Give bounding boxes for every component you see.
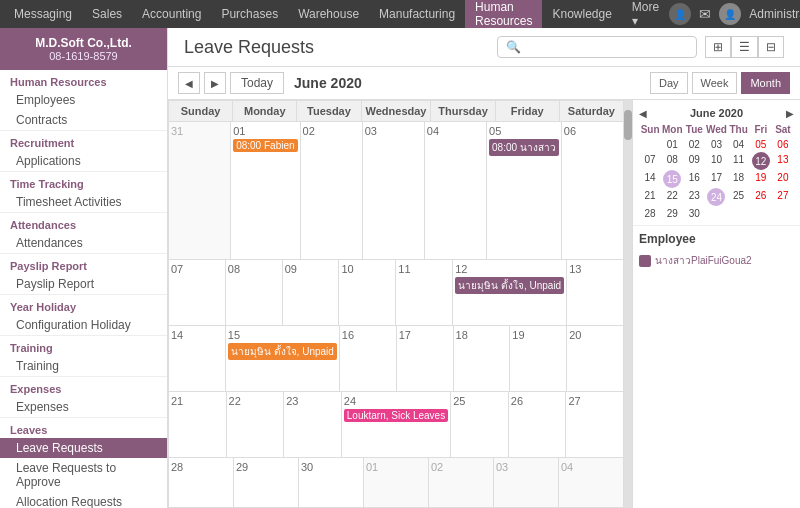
mini-day[interactable]: 17: [705, 170, 727, 188]
sidebar-item-contracts[interactable]: Contracts: [0, 110, 167, 130]
cal-cell-18[interactable]: 18: [454, 326, 511, 392]
kanban-view-btn[interactable]: ⊞: [705, 36, 731, 58]
nav-item-more[interactable]: More ▾: [622, 0, 669, 28]
event-louktarn[interactable]: Louktarn, Sick Leaves: [344, 409, 448, 422]
mini-day[interactable]: 25: [728, 188, 750, 206]
employee-item[interactable]: นางสาวPlaiFuiGoua2: [639, 250, 794, 271]
mini-day[interactable]: 20: [772, 170, 794, 188]
cal-cell-09[interactable]: 09: [283, 260, 340, 326]
cal-cell-15[interactable]: 15 นายมุษิน ตั้งใจ, Unpaid: [226, 326, 340, 392]
mini-day[interactable]: 16: [683, 170, 705, 188]
cal-cell-19[interactable]: 19: [510, 326, 567, 392]
sidebar-item-config-holiday[interactable]: Configuration Holiday: [0, 315, 167, 335]
mini-day-selected2[interactable]: 24: [707, 188, 725, 206]
cal-cell-20[interactable]: 20: [567, 326, 624, 392]
cal-cell-01-next[interactable]: 01: [364, 458, 429, 508]
cal-cell-02[interactable]: 02: [301, 122, 363, 260]
mini-day[interactable]: 22: [661, 188, 683, 206]
nav-item-messaging[interactable]: Messaging: [4, 0, 82, 28]
mini-day[interactable]: 14: [639, 170, 661, 188]
cal-day-view-btn[interactable]: Day: [650, 72, 688, 94]
mini-day[interactable]: 21: [639, 188, 661, 206]
cal-cell-28[interactable]: 28: [169, 458, 234, 508]
mini-day[interactable]: 06: [772, 137, 794, 152]
mini-day[interactable]: 02: [683, 137, 705, 152]
mini-day[interactable]: [750, 206, 772, 221]
cal-cell-10[interactable]: 10: [339, 260, 396, 326]
mail-icon[interactable]: ✉: [699, 6, 711, 22]
sidebar-item-training[interactable]: Training: [0, 356, 167, 376]
nav-item-knowledge[interactable]: Knowledge: [542, 0, 621, 28]
mini-day-today[interactable]: 12: [752, 152, 770, 170]
scroll-handle[interactable]: [624, 110, 632, 140]
sidebar-item-attendances[interactable]: Attendances: [0, 233, 167, 253]
nav-item-purchases[interactable]: Purchases: [211, 0, 288, 28]
list-view-btn[interactable]: ☰: [731, 36, 758, 58]
cal-cell-24[interactable]: 24 Louktarn, Sick Leaves: [342, 392, 451, 458]
mini-day[interactable]: 01: [661, 137, 683, 152]
cal-next-btn[interactable]: ▶: [204, 72, 226, 94]
cal-cell-26[interactable]: 26: [509, 392, 567, 458]
mini-cal-next-btn[interactable]: ▶: [786, 108, 794, 119]
nav-item-warehouse[interactable]: Warehouse: [288, 0, 369, 28]
sidebar-item-applications[interactable]: Applications: [0, 151, 167, 171]
event-naymusin-w3[interactable]: นายมุษิน ตั้งใจ, Unpaid: [228, 343, 337, 360]
mini-day[interactable]: 23: [683, 188, 705, 206]
cal-week-view-btn[interactable]: Week: [692, 72, 738, 94]
cal-cell-22[interactable]: 22: [227, 392, 285, 458]
nav-item-accounting[interactable]: Accounting: [132, 0, 211, 28]
cal-cell-11[interactable]: 11: [396, 260, 453, 326]
mini-day[interactable]: 27: [772, 188, 794, 206]
cal-cell-12[interactable]: 12 นายมุษิน ตั้งใจ, Unpaid: [453, 260, 567, 326]
cal-cell-17[interactable]: 17: [397, 326, 454, 392]
mini-day[interactable]: 07: [639, 152, 661, 170]
cal-cell-30[interactable]: 30: [299, 458, 364, 508]
admin-label[interactable]: Administrator: [749, 7, 800, 21]
cal-cell-31[interactable]: 31: [169, 122, 231, 260]
mini-day[interactable]: 03: [705, 137, 727, 152]
mini-day[interactable]: 19: [750, 170, 772, 188]
sidebar-item-leave-requests[interactable]: Leave Requests: [0, 438, 167, 458]
cal-cell-03-next[interactable]: 03: [494, 458, 559, 508]
nav-item-hr[interactable]: Human Resources: [465, 0, 542, 28]
cal-cell-21[interactable]: 21: [169, 392, 227, 458]
mini-day[interactable]: 05: [750, 137, 772, 152]
mini-day[interactable]: 10: [705, 152, 727, 170]
activity-view-btn[interactable]: ⊟: [758, 36, 784, 58]
mini-day-selected[interactable]: 15: [663, 170, 681, 188]
cal-month-view-btn[interactable]: Month: [741, 72, 790, 94]
cal-cell-27[interactable]: 27: [566, 392, 624, 458]
mini-day[interactable]: [639, 137, 661, 152]
mini-day[interactable]: 04: [728, 137, 750, 152]
mini-day[interactable]: 26: [750, 188, 772, 206]
cal-cell-14[interactable]: 14: [169, 326, 226, 392]
sidebar-item-expenses[interactable]: Expenses: [0, 397, 167, 417]
mini-cal-prev-btn[interactable]: ◀: [639, 108, 647, 119]
mini-day[interactable]: 09: [683, 152, 705, 170]
cal-cell-01-jun[interactable]: 01 08:00 Fabien: [231, 122, 300, 260]
cal-cell-13[interactable]: 13: [567, 260, 624, 326]
mini-day[interactable]: 08: [661, 152, 683, 170]
search-input[interactable]: [525, 40, 685, 54]
mini-day[interactable]: 29: [661, 206, 683, 221]
cal-cell-23[interactable]: 23: [284, 392, 342, 458]
avatar[interactable]: 👤: [719, 3, 741, 25]
user-icon[interactable]: 👤: [669, 3, 691, 25]
cal-cell-04[interactable]: 04: [425, 122, 487, 260]
cal-cell-29[interactable]: 29: [234, 458, 299, 508]
event-naymusin-w2[interactable]: นายมุษิน ตั้งใจ, Unpaid: [455, 277, 564, 294]
mini-day[interactable]: [705, 206, 727, 221]
scroll-indicator[interactable]: [624, 100, 632, 508]
cal-cell-04-next[interactable]: 04: [559, 458, 624, 508]
mini-day[interactable]: 18: [728, 170, 750, 188]
cal-cell-08[interactable]: 08: [226, 260, 283, 326]
cal-cell-25[interactable]: 25: [451, 392, 509, 458]
cal-cell-06[interactable]: 06: [562, 122, 624, 260]
cal-cell-02-next[interactable]: 02: [429, 458, 494, 508]
mini-day[interactable]: [728, 206, 750, 221]
nav-item-manufacturing[interactable]: Manufacturing: [369, 0, 465, 28]
cal-cell-07[interactable]: 07: [169, 260, 226, 326]
event-fabien[interactable]: 08:00 Fabien: [233, 139, 297, 152]
cal-cell-05[interactable]: 05 08:00 นางสาว: [487, 122, 562, 260]
sidebar-item-timesheet[interactable]: Timesheet Activities: [0, 192, 167, 212]
